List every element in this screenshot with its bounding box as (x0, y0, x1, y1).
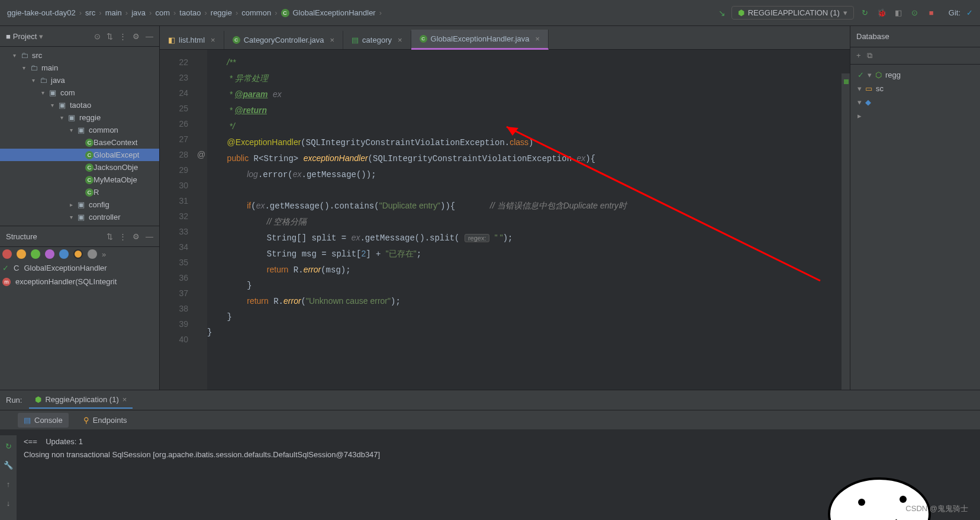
svg-point-4 (900, 496, 907, 503)
editor-content[interactable]: 22232425262728293031323334353637383940 @… (160, 50, 850, 390)
console-toolbar: ↻ 🔧 ↑ ↓ (0, 435, 17, 520)
tree-item-r[interactable]: C R (0, 186, 159, 198)
debug-icon[interactable]: 🐞 (876, 8, 887, 18)
editor-tabs: ◧list.html×CCategoryController.java×▤cat… (160, 26, 850, 50)
structure-panel: Structure ⇅⋮ ⚙— » ✓ C GlobalExceptionHa (0, 226, 159, 288)
breadcrumb-src[interactable]: src (85, 8, 95, 17)
tree-item-mymetaobje[interactable]: C MyMetaObje (0, 174, 159, 186)
class-icon: C (85, 188, 94, 197)
folder-icon: 🗀 (28, 63, 39, 72)
coverage-icon[interactable]: ◧ (893, 8, 904, 18)
breadcrumb-project[interactable]: ggie-take-out-day02 (7, 8, 76, 17)
scrollbar[interactable] (842, 73, 850, 390)
tree-item-taotao[interactable]: ▾▣taotao (0, 99, 159, 111)
gear-icon[interactable]: ⚙ (133, 232, 140, 241)
breadcrumb-java[interactable]: java (131, 8, 146, 17)
lambda-icon[interactable] (73, 249, 83, 259)
stop-icon[interactable]: ■ (926, 8, 937, 18)
build-icon[interactable]: ↘ (718, 8, 726, 18)
database-tree[interactable]: ✓▾⬡regg ▾▭sc ▾◆ ▸ (850, 65, 980, 126)
tree-item-main[interactable]: ▾🗀main (0, 62, 159, 74)
package-icon: ▣ (76, 200, 86, 209)
line-gutter[interactable]: 22232425262728293031323334353637383940 (160, 50, 195, 390)
class-icon: C (14, 264, 19, 272)
hide-icon[interactable]: — (146, 232, 153, 241)
tree-item-java[interactable]: ▾🗀java (0, 74, 159, 86)
tab-CategoryController.java[interactable]: CCategoryController.java× (224, 31, 343, 49)
database-toolbar[interactable]: + ⧉ (850, 47, 980, 65)
run-icon[interactable]: ↻ (860, 8, 871, 18)
toolbar-right: ↘ ⬢ REGGIEAPPLICATION (1) ▾ ↻ 🐞 ◧ ⊙ ■ Gi… (718, 6, 973, 20)
filter-icon[interactable] (17, 249, 26, 259)
breadcrumb[interactable]: ggie-take-out-day02 › src› main› java› c… (7, 8, 718, 17)
collapse-all-icon[interactable]: ⋮ (119, 32, 127, 41)
db-item[interactable]: ✓▾⬡regg (854, 68, 976, 82)
project-tree[interactable]: ▾🗀src▾🗀main▾🗀java▾▣com▾▣taotao▾▣reggie▾▣… (0, 47, 159, 226)
tree-item-com[interactable]: ▾▣com (0, 86, 159, 99)
db-collapsed[interactable]: ▾◆ (854, 95, 976, 109)
fields-icon[interactable] (31, 249, 40, 259)
watermark: CSDN @鬼鬼骑士 (905, 503, 968, 514)
database-title[interactable]: Database (850, 26, 980, 47)
breadcrumb-file[interactable]: GlobalExceptionHandler (293, 8, 376, 17)
tree-item-common[interactable]: ▾▣common (0, 124, 159, 136)
structure-class[interactable]: ✓ C GlobalExceptionHandler (0, 261, 159, 275)
class-icon: C (85, 176, 94, 184)
endpoints-tab[interactable]: ⚲Endpoints (78, 413, 133, 428)
run-app-tab[interactable]: ⬢ ReggieApplication (1) × (29, 391, 133, 409)
project-panel-title[interactable]: ■ Project ▾ (6, 32, 89, 41)
close-icon[interactable]: × (398, 36, 402, 44)
structure-toolbar[interactable]: » (0, 247, 159, 261)
package-icon: ▣ (47, 88, 58, 97)
hide-icon[interactable]: — (146, 32, 153, 41)
inherited-icon[interactable] (45, 249, 54, 259)
wrench-icon[interactable]: 🔧 (4, 459, 13, 472)
tab-category[interactable]: ▤category× (343, 31, 411, 49)
run-label: Run: (6, 396, 22, 405)
tab-list.html[interactable]: ◧list.html× (160, 31, 224, 49)
expand-all-icon[interactable]: ⇅ (107, 32, 113, 41)
breadcrumb-taotao[interactable]: taotao (179, 8, 201, 17)
structure-method[interactable]: m exceptionHandler(SQLIntegrit (0, 275, 159, 288)
opts-icon[interactable]: ⋮ (119, 232, 127, 241)
package-icon: ▣ (76, 126, 86, 134)
breadcrumb-common[interactable]: common (241, 8, 271, 17)
breadcrumb-main[interactable]: main (105, 8, 122, 17)
git-update-icon[interactable]: ✓ (966, 8, 973, 17)
up-icon[interactable]: ↑ (7, 478, 11, 491)
breadcrumb-reggie[interactable]: reggie (211, 8, 232, 17)
tree-item-reggie[interactable]: ▾▣reggie (0, 111, 159, 124)
run-header: Run: ⬢ ReggieApplication (1) × (0, 390, 980, 410)
run-config-selector[interactable]: ⬢ REGGIEAPPLICATION (1) ▾ (731, 6, 854, 20)
db-schema[interactable]: ▾▭sc (854, 82, 976, 95)
close-icon[interactable]: × (536, 34, 540, 43)
sort-icon[interactable] (2, 249, 12, 259)
breadcrumb-com[interactable]: com (155, 8, 170, 17)
tree-item-config[interactable]: ▸▣config (0, 198, 159, 211)
tree-item-src[interactable]: ▾🗀src (0, 49, 159, 62)
tree-item-jacksonobje[interactable]: C JacksonObje (0, 161, 159, 174)
plus-icon[interactable]: + (856, 51, 861, 60)
table-icon: ▤ (352, 36, 359, 44)
package-icon: ▣ (57, 101, 67, 110)
tree-item-controller[interactable]: ▾▣controller (0, 211, 159, 223)
down-icon[interactable]: ↓ (7, 497, 11, 510)
close-icon[interactable]: × (330, 36, 335, 44)
gear-icon[interactable]: ⚙ (133, 32, 140, 41)
tab-GlobalExceptionHandler.java[interactable]: CGlobalExceptionHandler.java× (411, 30, 549, 50)
close-icon[interactable]: × (211, 36, 215, 44)
profile-icon[interactable]: ⊙ (910, 8, 920, 18)
rerun-icon[interactable]: ↻ (5, 440, 12, 453)
structure-title[interactable]: Structure (6, 232, 102, 241)
anon-icon[interactable] (59, 249, 69, 259)
duplicate-icon[interactable]: ⧉ (867, 51, 872, 60)
editor-area: ◧list.html×CCategoryController.java×▤cat… (160, 26, 850, 390)
code-content[interactable]: /** * 异常处理 * @param ex * @return */ @Exc… (207, 50, 850, 390)
expand-icon[interactable]: ⇅ (107, 232, 113, 241)
tree-item-globalexcept[interactable]: C GlobalExcept (0, 149, 159, 161)
db-collapsed2[interactable]: ▸ (854, 109, 976, 123)
tree-item-basecontext[interactable]: C BaseContext (0, 136, 159, 149)
console-tab[interactable]: ▤Console (18, 413, 69, 428)
more-icon[interactable] (88, 249, 97, 259)
select-opened-icon[interactable]: ⊙ (94, 32, 101, 41)
